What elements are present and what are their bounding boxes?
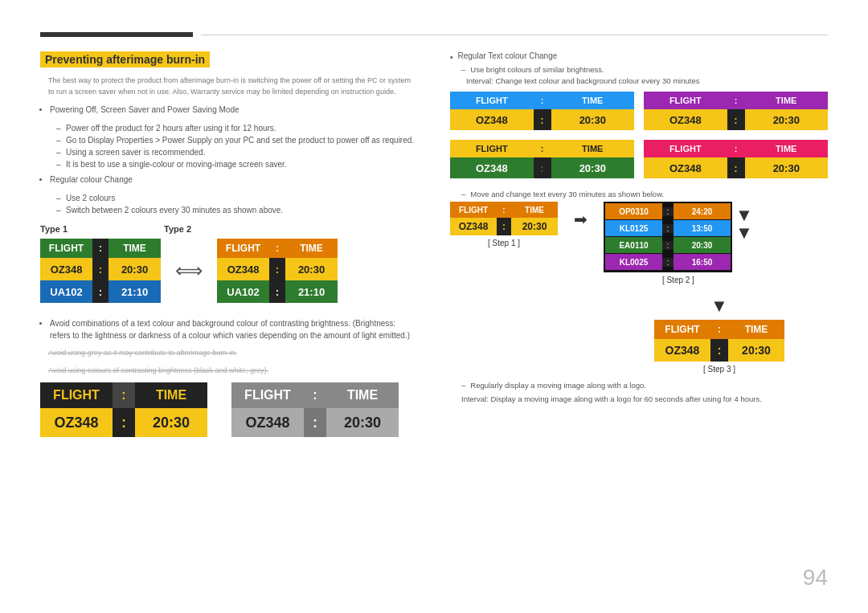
sv2-r1-sep: : [727, 109, 745, 130]
step1-label: [ Step 1 ] [488, 239, 520, 247]
bb2-header-flight: FLIGHT [231, 382, 304, 408]
anim-r4-sep: : [662, 258, 674, 267]
page-number: 94 [803, 565, 828, 591]
page: Preventing afterimage burn-in The best w… [0, 0, 868, 613]
note-1: Avoid using grey as it may contribute to… [48, 348, 418, 359]
sv2-header-sep: : [727, 92, 745, 109]
final-dash-icon: – [461, 380, 465, 391]
t2-header-time: TIME [285, 239, 338, 258]
sv1-header-flight: FLIGHT [450, 92, 534, 109]
bottom-board-2: FLIGHT : TIME OZ348 : 20:30 [231, 382, 399, 437]
down-arrow-2: ▼ [735, 224, 753, 242]
bb2-header-time: TIME [326, 382, 399, 408]
type1-board: FLIGHT : TIME OZ348 : 20:30 UA102 : 21 [40, 239, 161, 303]
final-dash: – Regularly display a moving image along… [461, 380, 828, 391]
anim-row-4: KL0025 : 16:50 [605, 254, 731, 270]
sv4-r1-sep: : [727, 157, 745, 178]
steps-section: – Move and change text every 30 minutes … [450, 190, 828, 406]
step2-label: [ Step 2 ] [662, 276, 694, 284]
dash-item-1-2: Go to Display Properties > Power Supply … [56, 134, 418, 146]
dash-item-1-3: Using a screen saver is recommended. [56, 146, 418, 158]
t2-r1-time: 20:30 [285, 258, 338, 280]
bullet-list-3: Avoid combinations of a text colour and … [50, 317, 418, 341]
sv1-header-sep: : [534, 92, 551, 109]
anim-r2-time: 13:50 [674, 220, 731, 236]
final-notes: – Regularly display a moving image along… [450, 380, 828, 406]
steps-row-1-2: FLIGHT : TIME OZ348 : 20:30 [ Step 1 ] [450, 202, 828, 284]
step3-r1-time: 20:30 [728, 339, 784, 362]
right-dash-2-text: Interval: Change text colour and backgro… [466, 76, 699, 85]
bb1-header-time: TIME [135, 382, 207, 408]
sv4-header-sep: : [727, 140, 745, 157]
t2-header-flight: FLIGHT [217, 239, 269, 258]
anim-r4-flight: KL0025 [605, 254, 662, 270]
bullet-list-1: Powering Off, Screen Saver and Power Sav… [50, 104, 418, 116]
t2-r1-sep: : [269, 258, 285, 280]
bullet-item-3: Avoid combinations of a text colour and … [50, 317, 418, 341]
bb2-r1-time: 20:30 [326, 408, 399, 437]
right-dash-1-text: Use bright colours of similar brightness… [470, 65, 604, 74]
bullet-item-1: Powering Off, Screen Saver and Power Sav… [50, 104, 418, 116]
anim-row-3: EA0110 : 20:30 [605, 237, 731, 253]
bb1-header-sep: : [113, 382, 135, 408]
anim-r2-flight: KL0125 [605, 220, 662, 236]
step3-area: ▼ FLIGHT : TIME OZ348 : 20:30 [ [611, 292, 828, 374]
sv4-r1-flight: OZ348 [644, 157, 727, 178]
steps-dash: – Move and change text every 30 minutes … [461, 190, 828, 198]
board-sv3: FLIGHT : TIME OZ348 : 20:30 [450, 140, 634, 178]
anim-r1-time: 24:20 [674, 203, 731, 219]
step1-header-time: TIME [511, 202, 558, 218]
dash-item-2-2: Switch between 2 colours every 30 minute… [56, 204, 418, 216]
final-dash-text: Regularly display a moving image along w… [470, 380, 646, 391]
step1-r1-sep: : [497, 218, 511, 235]
sv2-r1-flight: OZ348 [644, 109, 727, 130]
anim-row-1: OP0310 : 24:20 [605, 203, 731, 219]
anim-r1-flight: OP0310 [605, 203, 662, 219]
step1-header-flight: FLIGHT [450, 202, 497, 218]
step2-content: OP0310 : 24:20 KL0125 : 13:50 [604, 202, 753, 272]
t2-r2-sep: : [269, 280, 285, 303]
anim-r2-sep: : [662, 224, 674, 233]
bottom-board-1: FLIGHT : TIME OZ348 : 20:30 [40, 382, 207, 437]
bottom-boards: FLIGHT : TIME OZ348 : 20:30 FLIGHT : [40, 382, 418, 437]
sv1-r1-sep: : [534, 109, 551, 130]
types-row: FLIGHT : TIME OZ348 : 20:30 UA102 : 21 [40, 239, 418, 303]
steps-dash-text: Move and change text every 30 minutes as… [470, 190, 664, 198]
anim-r3-flight: EA0110 [605, 237, 662, 253]
sv3-header-flight: FLIGHT [450, 140, 534, 157]
down-arrow-1: ▼ [735, 206, 753, 224]
bb2-r1-flight: OZ348 [231, 408, 304, 437]
sv3-r1-time: 20:30 [551, 157, 635, 178]
section-title: Preventing afterimage burn-in [40, 51, 210, 67]
sv2-header-time: TIME [745, 92, 829, 109]
dash-item-2-1: Use 2 colours [56, 192, 418, 204]
step3-arrow-down: ▼ [710, 296, 728, 317]
type1-label: Type 1 [40, 224, 68, 234]
step1-block: FLIGHT : TIME OZ348 : 20:30 [ Step 1 ] [450, 202, 558, 247]
t2-r1-flight: OZ348 [217, 258, 269, 280]
dash-list-1: Power off the product for 2 hours after … [56, 122, 418, 170]
intro-text: The best way to protect the product from… [48, 76, 418, 97]
anim-r4-time: 16:50 [674, 254, 731, 270]
t1-r2-flight: UA102 [40, 280, 92, 303]
left-column: Preventing afterimage burn-in The best w… [40, 51, 418, 437]
step2-anim-board: OP0310 : 24:20 KL0125 : 13:50 [604, 202, 732, 272]
type2-board: FLIGHT : TIME OZ348 : 20:30 UA102 : 21 [217, 239, 338, 303]
bb1-r1-flight: OZ348 [40, 408, 113, 437]
sv4-header-time: TIME [745, 140, 829, 157]
note-2: Avoid using colours of contrasting brigh… [48, 366, 418, 377]
t1-r2-time: 21:10 [108, 280, 161, 303]
t1-r1-flight: OZ348 [40, 258, 92, 280]
dash-item-1-1: Power off the product for 2 hours after … [56, 122, 418, 134]
step3-header-flight: FLIGHT [654, 320, 710, 339]
t1-r1-sep: : [92, 258, 108, 280]
right-bullet-1-text: Regular Text colour Change [458, 51, 558, 60]
t1-header-sep: : [92, 239, 108, 258]
step1-r1-flight: OZ348 [450, 218, 497, 235]
bb1-r1-time: 20:30 [135, 408, 207, 437]
step3-board: FLIGHT : TIME OZ348 : 20:30 [654, 320, 784, 362]
t1-r1-time: 20:30 [108, 258, 161, 280]
sv1-r1-time: 20:30 [551, 109, 635, 130]
top-decoration [40, 32, 828, 37]
sv2-header-flight: FLIGHT [644, 92, 727, 109]
